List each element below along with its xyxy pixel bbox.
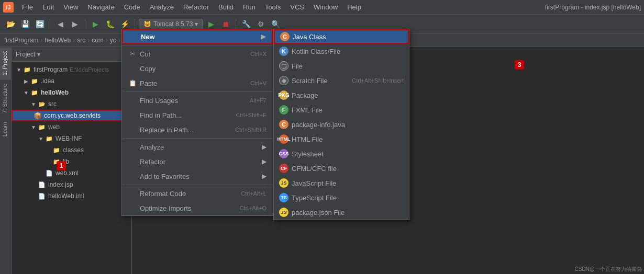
tab-learn[interactable]: Learn: [0, 118, 11, 141]
tree-item-lib[interactable]: 📁 lib: [12, 156, 131, 167]
toolbar-run-config[interactable]: ▶: [205, 18, 217, 30]
breadcrumb-com[interactable]: com: [92, 37, 104, 44]
toolbar-refresh[interactable]: 🔄: [34, 18, 46, 30]
tree-item-helloweb-iml[interactable]: 📄 helloWeb.iml: [12, 190, 131, 202]
ctx-label-copy: Copy: [140, 65, 156, 73]
ctx-item-analyze[interactable]: Analyze ▶: [122, 140, 273, 154]
html-icon: HTML: [279, 134, 288, 144]
menu-refactor[interactable]: Refactor: [179, 2, 213, 12]
submenu-item-html[interactable]: HTML HTML File: [274, 132, 409, 146]
ctx-sep3: [122, 138, 273, 139]
toolbar-stop[interactable]: ⏹: [219, 18, 232, 30]
watermark: CSDN@一个正在努力的菜鸟: [575, 266, 642, 273]
submenu-label-package: Package: [292, 92, 318, 99]
ctx-item-paste[interactable]: 📋 Paste Ctrl+V: [122, 76, 273, 90]
ctx-item-favorites[interactable]: Add to Favorites ▶: [122, 169, 273, 184]
toolbar-sdk[interactable]: ⚙: [254, 18, 267, 30]
submenu-item-js[interactable]: JS JavaScript File: [274, 176, 409, 190]
submenu-item-stylesheet[interactable]: CSS Stylesheet: [274, 146, 409, 161]
tab-structure[interactable]: 7: Structure: [0, 79, 11, 118]
submenu-item-file[interactable]: ▢ File: [274, 59, 409, 73]
tree-item-idea[interactable]: ▶ 📁 .idea: [12, 75, 131, 87]
ctx-item-cut[interactable]: ✂ Cut Ctrl+X: [122, 47, 273, 61]
menu-navigate[interactable]: Navigate: [83, 2, 118, 12]
toolbar-back[interactable]: ◀: [54, 18, 66, 30]
find-in-path-icon: [128, 111, 137, 119]
breadcrumb-src[interactable]: src: [77, 37, 85, 44]
submenu-item-scratch[interactable]: ◈ Scratch File Ctrl+Alt+Shift+Insert: [274, 73, 409, 88]
ctx-item-reformat[interactable]: Reformat Code Ctrl+Alt+L: [122, 186, 273, 201]
ctx-item-find-in-path[interactable]: Find in Path... Ctrl+Shift+F: [122, 108, 273, 122]
toolbar-forward[interactable]: ▶: [69, 18, 81, 30]
menu-file[interactable]: File: [18, 2, 37, 12]
ctx-item-refactor[interactable]: Refactor ▶: [122, 154, 273, 169]
tab-project[interactable]: 1: Project: [0, 47, 11, 79]
toolbar-search[interactable]: 🔍: [269, 18, 282, 30]
ctx-label-cut: Cut: [140, 50, 150, 58]
tree-item-webxml[interactable]: 📄 web.xml: [12, 167, 131, 179]
tree-item-indexjsp[interactable]: 📄 index.jsp: [12, 179, 131, 190]
reformat-icon: [128, 189, 137, 198]
tree-arrow-webinf: ▼: [38, 136, 44, 142]
toolbar-debug[interactable]: 🐛: [104, 18, 116, 30]
tree-label-src: src: [48, 100, 57, 108]
ctx-item-new[interactable]: New ▶: [122, 29, 273, 44]
tree-item-web[interactable]: ▼ 📁 web: [12, 121, 131, 133]
file-icon: ▢: [279, 61, 288, 71]
menu-analyze[interactable]: Analyze: [146, 2, 178, 12]
tree-item-classes[interactable]: 📁 classes: [12, 144, 131, 156]
tree-item-servlets[interactable]: 📦 com.yc.web.servlets: [12, 110, 131, 121]
toolbar-wrench[interactable]: 🔧: [240, 18, 252, 30]
ctx-label-new: New: [141, 33, 155, 41]
toolbar-coverage[interactable]: ⚡: [118, 18, 131, 30]
tree-item-webinf[interactable]: ▼ 📁 WEB-INF: [12, 133, 131, 144]
find-usages-icon: [128, 96, 137, 105]
folder-icon-webinf: 📁: [45, 134, 53, 143]
tree-item-helloweb[interactable]: ▼ 📁 helloWeb: [12, 87, 131, 98]
menu-help[interactable]: Help: [343, 2, 365, 12]
menu-tools[interactable]: Tools: [261, 2, 285, 12]
submenu-item-fxml[interactable]: F FXML File: [274, 102, 409, 117]
menu-window[interactable]: Window: [309, 2, 342, 12]
menu-build[interactable]: Build: [214, 2, 238, 12]
menu-vcs[interactable]: VCS: [286, 2, 308, 12]
toolbar-open-folder[interactable]: 📂: [4, 18, 17, 30]
submenu-item-package-info[interactable]: C package-info.java: [274, 117, 409, 132]
tree-label-idea: .idea: [41, 77, 54, 85]
submenu-label-scratch: Scratch File: [292, 77, 328, 85]
tree-item-firstprogram[interactable]: ▼ 📁 firstProgram E:\IdeaProjects: [12, 64, 131, 75]
toolbar-save[interactable]: 💾: [19, 18, 31, 30]
tree-label-web: web: [48, 123, 60, 131]
menu-view[interactable]: View: [59, 2, 82, 12]
ctx-item-optimize[interactable]: Optimize Imports Ctrl+Alt+O: [122, 201, 273, 215]
menu-edit[interactable]: Edit: [38, 2, 58, 12]
submenu-shortcut-scratch: Ctrl+Alt+Shift+Insert: [352, 77, 404, 84]
ctx-item-replace[interactable]: Replace in Path... Ctrl+Shift+R: [122, 122, 273, 137]
toolbar-run-green[interactable]: ▶: [89, 18, 102, 30]
tree-item-src[interactable]: ▼ 📂 src: [12, 98, 131, 110]
tree-label-webinf: WEB-INF: [55, 135, 82, 142]
submenu-item-java-class[interactable]: C Java Class: [274, 29, 409, 44]
submenu-item-cfml[interactable]: CF CFML/CFC file: [274, 161, 409, 176]
tree-label-indexjsp: index.jsp: [48, 181, 73, 188]
ctx-item-find-usages[interactable]: Find Usages Alt+F7: [122, 93, 273, 108]
menu-code[interactable]: Code: [120, 2, 145, 12]
ctx-label-find-usages: Find Usages: [140, 97, 178, 105]
ctx-shortcut-find-usages: Alt+F7: [250, 97, 267, 104]
submenu-item-package[interactable]: PKG Package: [274, 88, 409, 102]
menu-run[interactable]: Run: [239, 2, 260, 12]
panel-dropdown-icon: ▾: [37, 51, 40, 58]
breadcrumb-helloweb[interactable]: helloWeb: [45, 37, 71, 44]
submenu-label-cfml: CFML/CFC file: [292, 165, 337, 173]
submenu-item-ts[interactable]: TS TypeScript File: [274, 190, 409, 205]
breadcrumb-yc[interactable]: yc: [110, 37, 116, 44]
package-icon-servlets: 📦: [34, 111, 42, 120]
tomcat-selector[interactable]: 🐱 Tomcat 8.5.73 ▾: [139, 19, 203, 29]
submenu-item-kotlin[interactable]: K Kotlin Class/File: [274, 44, 409, 59]
ctx-item-copy[interactable]: Copy: [122, 61, 273, 76]
ctx-shortcut-paste: Ctrl+V: [250, 80, 267, 86]
breadcrumb-firstprogram[interactable]: firstProgram: [4, 37, 38, 44]
tree-extra-firstprogram: E:\IdeaProjects: [70, 66, 109, 73]
submenu-item-package-json[interactable]: JS package.json File: [274, 205, 409, 220]
kotlin-icon: K: [279, 47, 288, 56]
